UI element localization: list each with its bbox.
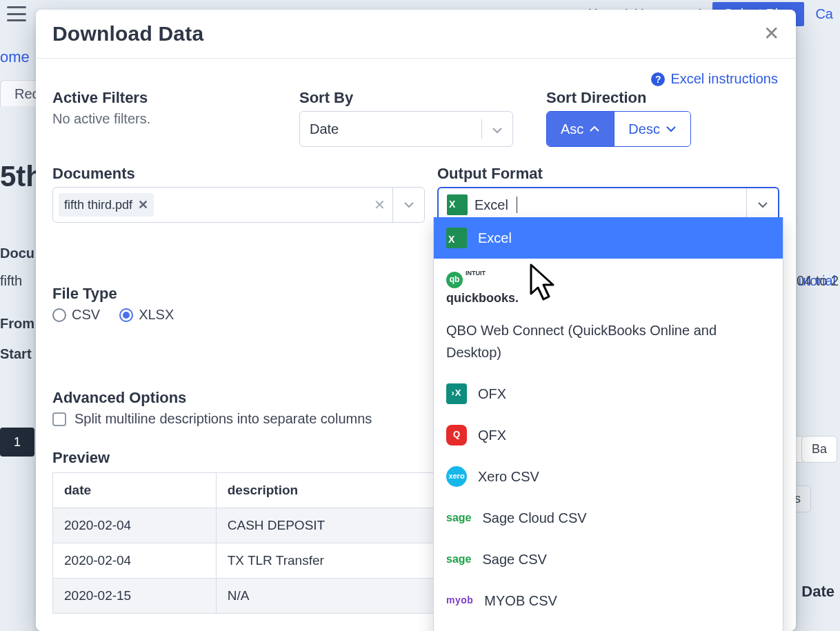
file-type-section: File Type CSV XLSX [52,285,425,323]
option-label: OFX [478,383,506,405]
download-data-modal: Download Data ✕ ? Excel instructions Act… [36,10,796,631]
option-label: Excel [478,227,512,249]
col-description: description [216,473,434,508]
table-row: 2020-02-04 CASH DEPOSIT [53,508,435,543]
output-format-label: Output Format [437,165,779,183]
option-ofx[interactable]: ›X OFX [434,373,783,414]
split-multiline-text: Split multiline descriptions into separa… [74,411,372,427]
text-cursor [517,197,517,213]
table-row: 2020-02-15 N/A [53,579,435,614]
chevron-down-icon [666,123,677,134]
excel-icon [447,194,468,215]
bg-doc-value-fragment: fifth [0,273,22,289]
cell-date: 2020-02-15 [53,579,217,614]
file-type-csv-label: CSV [72,307,100,323]
file-type-csv-option[interactable]: CSV [52,307,100,323]
option-label: Sage Cloud CSV [482,507,586,529]
documents-dropdown-toggle[interactable] [392,188,424,222]
table-header-row: date description [53,473,435,508]
active-filters-value: No active filters. [52,111,287,127]
option-sage-cloud[interactable]: sage Sage Cloud CSV [434,497,783,539]
option-qfx[interactable]: Q QFX [434,414,783,456]
active-filters-section: Active Filters No active filters. [52,89,287,147]
qfx-icon: Q [446,425,467,445]
sort-by-section: Sort By Date [299,89,534,147]
ofx-icon: ›X [446,383,467,404]
sort-direction-toggle: Asc Desc [546,111,691,147]
excel-icon [446,228,467,248]
sort-by-label: Sort By [299,89,534,107]
table-row: 2020-02-04 TX TLR Transfer [53,543,435,579]
option-label: QFX [478,424,506,446]
cancel-link-fragment[interactable]: Ca [815,6,833,22]
radio-icon [119,308,133,322]
chevron-up-icon [589,123,600,134]
sort-direction-label: Sort Direction [546,89,779,107]
excel-instructions-link[interactable]: ? Excel instructions [651,71,778,87]
cell-description: TX TLR Transfer [216,543,434,579]
documents-multiselect[interactable]: fifth third.pdf ✕ ✕ [52,187,425,223]
sort-by-select[interactable]: Date [299,111,513,147]
option-relate[interactable]: relateSOFTWARE Relate CSV [434,621,783,631]
option-xero[interactable]: xero Xero CSV [434,456,783,497]
hamburger-menu-icon[interactable] [7,6,26,21]
sort-desc-button[interactable]: Desc [614,112,690,146]
sort-direction-section: Sort Direction Asc Desc [546,89,779,147]
output-format-dropdown-toggle[interactable] [746,188,778,221]
bg-column-date-fragment: Date [801,583,834,601]
option-label: Xero CSV [478,465,539,488]
pager-current-page[interactable]: 1 [0,428,34,457]
preview-table: date description 2020-02-04 CASH DEPOSIT… [52,472,435,614]
sort-asc-button[interactable]: Asc [547,112,614,146]
checkbox-icon [52,412,66,426]
document-chip-text: fifth third.pdf [64,198,132,212]
col-date: date [53,473,217,508]
option-qbo[interactable]: qbINTUIT quickbooks. QBO Web Connect (Qu… [434,259,783,373]
quickbooks-icon: qbINTUIT quickbooks. [446,268,519,308]
help-icon: ? [651,72,665,86]
file-type-xlsx-option[interactable]: XLSX [119,307,174,323]
cell-date: 2020-02-04 [53,508,217,543]
clear-all-icon[interactable]: ✕ [374,197,386,213]
sort-by-value: Date [310,121,339,137]
option-label: MYOB CSV [484,590,557,612]
chevron-down-icon [492,123,503,134]
option-label: QBO Web Connect (QuickBooks Online and D… [446,319,770,363]
cell-date: 2020-02-04 [53,543,217,579]
output-format-value: Excel [474,197,508,213]
bg-doc-label-fragment: Docu [0,246,34,261]
document-chip: fifth third.pdf ✕ [59,193,154,217]
chevron-down-icon [403,199,414,210]
cell-description: CASH DEPOSIT [216,508,434,543]
excel-instructions-text: Excel instructions [670,71,778,87]
output-format-dropdown: Excel qbINTUIT quickbooks. QBO Web Conne… [433,217,783,631]
option-label: Sage CSV [482,548,546,570]
bg-ghost-button-ba[interactable]: Ba [801,436,837,463]
close-button[interactable]: ✕ [763,24,779,43]
remove-chip-icon[interactable]: ✕ [138,197,148,212]
modal-title: Download Data [52,22,203,46]
active-filters-label: Active Filters [52,89,287,107]
documents-label: Documents [52,165,425,183]
option-excel[interactable]: Excel [434,217,783,259]
sage-icon: sage [446,549,471,570]
option-sage[interactable]: sage Sage CSV [434,539,783,580]
chevron-down-icon [757,199,768,210]
bg-start-label: Start [0,346,32,362]
documents-section: Documents fifth third.pdf ✕ ✕ File Type [52,165,425,323]
breadcrumb-home-fragment[interactable]: ome [0,48,30,66]
option-myob[interactable]: myob MYOB CSV [434,580,783,621]
file-type-xlsx-label: XLSX [139,307,174,323]
bg-from-label: From [0,316,34,332]
sage-icon: sage [446,508,471,528]
cell-description: N/A [216,579,434,614]
bg-date-range-fragment: 04 to 2 [797,273,839,289]
myob-icon: myob [446,590,473,611]
xero-icon: xero [446,466,467,487]
file-type-label: File Type [52,285,425,303]
radio-icon [52,308,66,322]
